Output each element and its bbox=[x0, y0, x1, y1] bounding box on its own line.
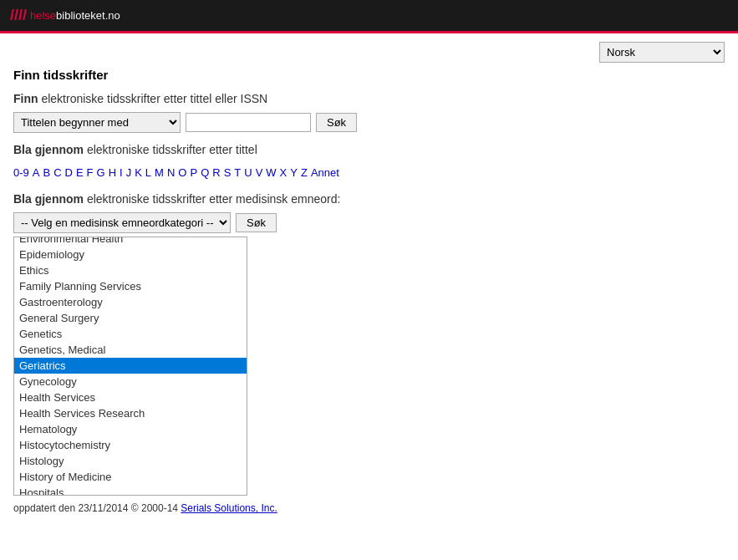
logo-bars-icon: //// bbox=[10, 7, 27, 24]
alpha-link-k[interactable]: K bbox=[135, 166, 142, 179]
browse-subject-bold: Bla gjennom bbox=[13, 192, 84, 206]
alpha-link-p[interactable]: P bbox=[190, 166, 197, 179]
logo-rest: biblioteket.no bbox=[56, 9, 120, 22]
logo-helse: helse bbox=[30, 9, 56, 22]
list-item[interactable]: Health Services bbox=[14, 389, 247, 405]
footer-note: oppdatert den 23/11/2014 © 2000-14 Seria… bbox=[13, 502, 725, 514]
alpha-link-g[interactable]: G bbox=[97, 166, 105, 179]
subject-listbox[interactable]: EndocrinologyEnvironmental HealthEpidemi… bbox=[13, 237, 247, 496]
alpha-link-t[interactable]: T bbox=[234, 166, 241, 179]
list-item[interactable]: Health Services Research bbox=[14, 405, 247, 421]
alpha-link-y[interactable]: Y bbox=[290, 166, 298, 179]
alpha-link-j[interactable]: J bbox=[126, 166, 132, 179]
find-label-bold: Finn bbox=[13, 92, 38, 105]
search-button[interactable]: Søk bbox=[316, 113, 357, 132]
alpha-link-v[interactable]: V bbox=[256, 166, 263, 179]
alpha-link-e[interactable]: E bbox=[76, 166, 84, 179]
search-type-select[interactable]: Tittelen begynner medTittelen inneholder… bbox=[13, 112, 181, 133]
list-item[interactable]: Hospitals bbox=[14, 485, 247, 496]
subject-row: -- Velg en medisinsk emneordkategori -- … bbox=[13, 212, 725, 233]
alpha-link-w[interactable]: W bbox=[266, 166, 276, 179]
list-item[interactable]: Environmental Health bbox=[14, 237, 247, 247]
alpha-link-h[interactable]: H bbox=[109, 166, 116, 179]
list-item[interactable]: Histocytochemistry bbox=[14, 437, 247, 453]
alpha-link-b[interactable]: B bbox=[43, 166, 50, 179]
list-item[interactable]: Gastroenterology bbox=[14, 294, 247, 310]
language-row: NorskEnglish bbox=[13, 42, 725, 63]
list-item[interactable]: Genetics bbox=[14, 326, 247, 342]
alpha-link-i[interactable]: I bbox=[120, 166, 123, 179]
find-label-rest: elektroniske tidsskrifter etter tittel e… bbox=[38, 92, 268, 105]
alpha-link-z[interactable]: Z bbox=[301, 166, 308, 179]
alpha-link-s[interactable]: S bbox=[224, 166, 232, 179]
alpha-link-u[interactable]: U bbox=[244, 166, 252, 179]
alpha-link-o[interactable]: O bbox=[178, 166, 186, 179]
list-item[interactable]: Family Planning Services bbox=[14, 278, 247, 294]
list-item[interactable]: Ethics bbox=[14, 262, 247, 278]
main-content: NorskEnglish Finn tidsskrifter Finn elek… bbox=[0, 33, 738, 522]
browse-title-rest: elektroniske tidsskrifter etter tittel bbox=[84, 143, 257, 156]
list-item[interactable]: Histology bbox=[14, 453, 247, 469]
list-item[interactable]: Genetics, Medical bbox=[14, 342, 247, 358]
browse-subject-label: Bla gjennom elektroniske tidsskrifter et… bbox=[13, 192, 725, 206]
browse-subject-rest: elektroniske tidsskrifter etter medisins… bbox=[84, 192, 340, 206]
alpha-link-a[interactable]: A bbox=[33, 166, 40, 179]
browse-title-bold: Bla gjennom bbox=[13, 143, 84, 156]
alpha-link-c[interactable]: C bbox=[53, 166, 61, 179]
alpha-link-0-9[interactable]: 0-9 bbox=[13, 166, 29, 179]
list-item[interactable]: History of Medicine bbox=[14, 469, 247, 485]
page-title: Finn tidsskrifter bbox=[13, 68, 725, 82]
alpha-link-annet[interactable]: Annet bbox=[311, 166, 339, 179]
alpha-link-l[interactable]: L bbox=[145, 166, 151, 179]
list-item[interactable]: General Surgery bbox=[14, 310, 247, 326]
alpha-link-r[interactable]: R bbox=[212, 166, 220, 179]
alpha-link-q[interactable]: Q bbox=[201, 166, 209, 179]
header: //// helsebiblioteket.no bbox=[0, 0, 738, 31]
alpha-link-m[interactable]: M bbox=[155, 166, 164, 179]
subject-category-select[interactable]: -- Velg en medisinsk emneordkategori -- bbox=[13, 212, 231, 233]
footer-text: oppdatert den 23/11/2014 © 2000-14 bbox=[13, 502, 181, 514]
list-item[interactable]: Epidemiology bbox=[14, 247, 247, 262]
search-row: Tittelen begynner medTittelen inneholder… bbox=[13, 112, 725, 133]
alpha-link-d[interactable]: D bbox=[65, 166, 73, 179]
list-item[interactable]: Hematology bbox=[14, 421, 247, 437]
logo[interactable]: helsebiblioteket.no bbox=[30, 9, 120, 22]
subject-section: Bla gjennom elektroniske tidsskrifter et… bbox=[13, 192, 725, 496]
find-label: Finn elektroniske tidsskrifter etter tit… bbox=[13, 92, 725, 105]
subject-search-button[interactable]: Søk bbox=[236, 213, 277, 232]
footer-link[interactable]: Serials Solutions, Inc. bbox=[181, 502, 277, 514]
language-select[interactable]: NorskEnglish bbox=[599, 42, 725, 63]
subject-dropdown-container: EndocrinologyEnvironmental HealthEpidemi… bbox=[13, 237, 725, 496]
list-item[interactable]: Gynecology bbox=[14, 374, 247, 389]
list-item[interactable]: Geriatrics bbox=[14, 358, 247, 374]
alpha-link-n[interactable]: N bbox=[167, 166, 175, 179]
browse-title-label: Bla gjennom elektroniske tidsskrifter et… bbox=[13, 143, 725, 156]
search-input[interactable] bbox=[186, 113, 311, 132]
alpha-link-f[interactable]: F bbox=[87, 166, 94, 179]
alpha-link-x[interactable]: X bbox=[280, 166, 288, 179]
alphabet-row: 0-9ABCDEFGHIJKLMNOPQRSTUVWXYZAnnet bbox=[13, 163, 725, 182]
